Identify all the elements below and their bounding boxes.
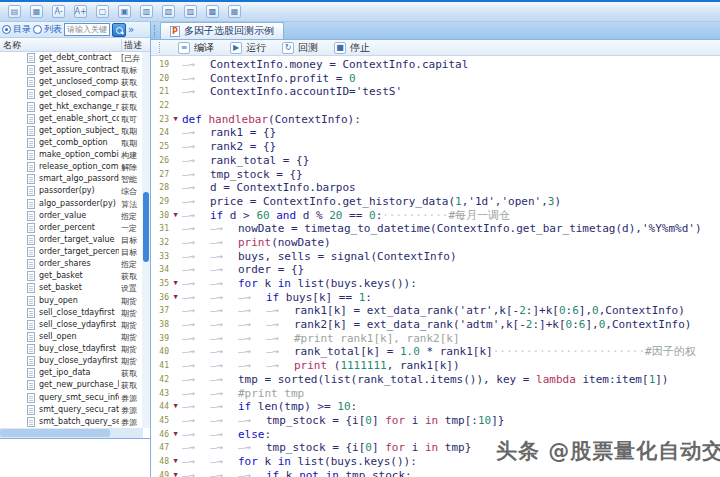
list-item[interactable]: algo_passorder(py)算法 — [0, 198, 143, 210]
run-button[interactable]: ▶运行 — [230, 41, 266, 55]
export-doc-icon[interactable]: ▧ — [162, 5, 175, 18]
list-item[interactable]: buy_close_tdayfirst期货 — [0, 343, 143, 355]
panel-vertical-scrollbar-thumb[interactable] — [143, 192, 149, 262]
list-item[interactable]: smt_batch_query_sec...券源 — [0, 416, 143, 428]
code-line: 40—→—→—→—→rank_total[k] = 1.0 * rank1[k]… — [151, 345, 720, 359]
tab-indent-icon: —→ — [210, 291, 238, 305]
list-item[interactable]: get_debt_contract[已弃 — [0, 52, 143, 64]
list-item[interactable]: order_shares指定 — [0, 258, 143, 270]
catalog-radio[interactable] — [2, 25, 11, 34]
list-item[interactable]: order_target_percent目标 — [0, 246, 143, 258]
fold-marker-icon[interactable]: ▼ — [169, 209, 182, 223]
open-doc-icon[interactable]: ▣ — [118, 5, 131, 18]
item-desc: 取期 — [121, 126, 143, 137]
more-chevrons[interactable]: » — [128, 25, 134, 35]
list-item[interactable]: sell_close_ydayfirst期货 — [0, 319, 143, 331]
tab-indent-icon: —→ — [210, 373, 238, 387]
line-number: 20 — [153, 72, 169, 86]
tab-indent-icon: —→ — [182, 387, 210, 401]
copy-icon[interactable]: ▦ — [30, 5, 43, 18]
fold-marker-icon[interactable]: ▼ — [169, 291, 182, 305]
fold-marker-icon[interactable]: ▼ — [169, 113, 182, 127]
panel-horizontal-scrollbar[interactable] — [0, 428, 143, 438]
panel-horizontal-scrollbar-thumb[interactable] — [0, 429, 110, 437]
fold-marker-icon[interactable]: ▼ — [169, 428, 182, 442]
font-increase-icon[interactable]: A+ — [74, 5, 87, 18]
compile-icon: ≡ — [178, 42, 190, 54]
code-token: : — [572, 318, 579, 331]
list-item[interactable]: get_closed_compacts获取 — [0, 88, 143, 100]
backtest-icon: ↻ — [282, 42, 294, 54]
tab-indent-icon: —→ — [266, 332, 294, 346]
code-token: len(tmp) >= — [251, 400, 337, 413]
list-item[interactable]: get_hkt_exchange_rate获取 — [0, 101, 143, 113]
code-token: order = {} — [238, 263, 304, 276]
code-token: list(buys.keys()): — [291, 277, 417, 290]
list-item[interactable]: sell_close_tdayfirst期货 — [0, 307, 143, 319]
python-file-icon: P — [170, 26, 180, 37]
toolbar-grip[interactable] — [159, 42, 162, 53]
list-item[interactable]: smart_algo_passorder智能 — [0, 173, 143, 185]
file-icon — [27, 223, 35, 233]
code-token: if — [210, 209, 223, 222]
line-number: 23 — [153, 113, 169, 127]
item-desc: 期货 — [121, 308, 143, 319]
tabbar-grip[interactable] — [154, 25, 157, 37]
tab-indent-icon: —→ — [182, 250, 210, 264]
code-line: 26—→rank_total = {} — [151, 154, 720, 168]
panel-vertical-scrollbar[interactable] — [142, 52, 150, 428]
doc-tools-icon[interactable]: ▦ — [228, 5, 241, 18]
backtest-button[interactable]: ↻回测 — [282, 41, 318, 55]
list-item[interactable]: get_unclosed_compa...获取 — [0, 76, 143, 88]
list-item[interactable]: buy_close_ydayfirst期货 — [0, 355, 143, 367]
list-item[interactable]: passorder(py)综合 — [0, 185, 143, 197]
function-list[interactable]: get_debt_contract[已弃get_assure_contract取… — [0, 52, 143, 428]
list-item[interactable]: get_option_subject_p...取期 — [0, 125, 143, 137]
list-item[interactable]: order_target_value目标 — [0, 234, 143, 246]
new-doc-icon[interactable]: ▢ — [96, 5, 109, 18]
save-icon[interactable]: ▤ — [8, 5, 21, 18]
code-line: 43—→—→#print tmp — [151, 387, 720, 401]
fold-marker-icon[interactable]: ▼ — [169, 469, 182, 477]
line-number: 40 — [153, 345, 169, 359]
stop-button[interactable]: ■停止 — [334, 41, 370, 55]
list-item[interactable]: make_option_combi...构建 — [0, 149, 143, 161]
import-doc-icon[interactable]: ▨ — [184, 5, 197, 18]
item-desc: 期货 — [121, 344, 143, 355]
list-item[interactable]: get_new_purchase_li...获取 — [0, 379, 143, 391]
tab-strategy-file[interactable]: P 多因子选股回测示例 — [160, 22, 284, 39]
list-item[interactable]: smt_query_secu_rate券源 — [0, 404, 143, 416]
item-desc: 获取 — [121, 89, 143, 100]
code-area[interactable]: 19—→ContextInfo.money = ContextInfo.capi… — [151, 56, 720, 477]
item-name: order_shares — [39, 259, 119, 268]
list-item[interactable]: set_basket设置 — [0, 282, 143, 294]
fold-marker-icon[interactable]: ▼ — [169, 400, 182, 414]
list-item[interactable]: query_smt_secu_info券源 — [0, 392, 143, 404]
list-item[interactable]: get_basket获取 — [0, 270, 143, 282]
list-item[interactable]: order_value指定 — [0, 210, 143, 222]
list-item[interactable]: order_percent一定 — [0, 222, 143, 234]
list-item[interactable]: sell_open期货 — [0, 331, 143, 343]
list-radio[interactable] — [33, 25, 42, 34]
compile-button[interactable]: ≡编译 — [178, 41, 214, 55]
item-desc: [已弃 — [121, 53, 143, 64]
search-button[interactable] — [112, 23, 126, 37]
list-item[interactable]: buy_open期货 — [0, 295, 143, 307]
column-desc[interactable]: 描述 — [121, 39, 142, 52]
search-input[interactable] — [64, 23, 110, 36]
code-token: tmp_stock = {i[ — [266, 414, 365, 427]
item-desc: 取标 — [121, 65, 143, 76]
code-token: ·········· — [382, 209, 448, 222]
list-item[interactable]: get_enable_short_co...取可 — [0, 113, 143, 125]
doc-settings-icon[interactable]: ▩ — [206, 5, 219, 18]
font-decrease-icon[interactable]: A- — [52, 5, 65, 18]
fold-marker-icon[interactable]: ▼ — [169, 277, 182, 291]
fold-marker-icon[interactable]: ▼ — [169, 455, 182, 469]
item-desc: 券源 — [121, 393, 143, 404]
list-item[interactable]: get_assure_contract取标 — [0, 64, 143, 76]
find-doc-icon[interactable]: ▥ — [140, 5, 153, 18]
list-item[interactable]: get_ipo_data获取 — [0, 367, 143, 379]
column-name[interactable]: 名称 — [3, 39, 21, 52]
list-item[interactable]: get_comb_option取期 — [0, 137, 143, 149]
list-item[interactable]: release_option_com...解除 — [0, 161, 143, 173]
